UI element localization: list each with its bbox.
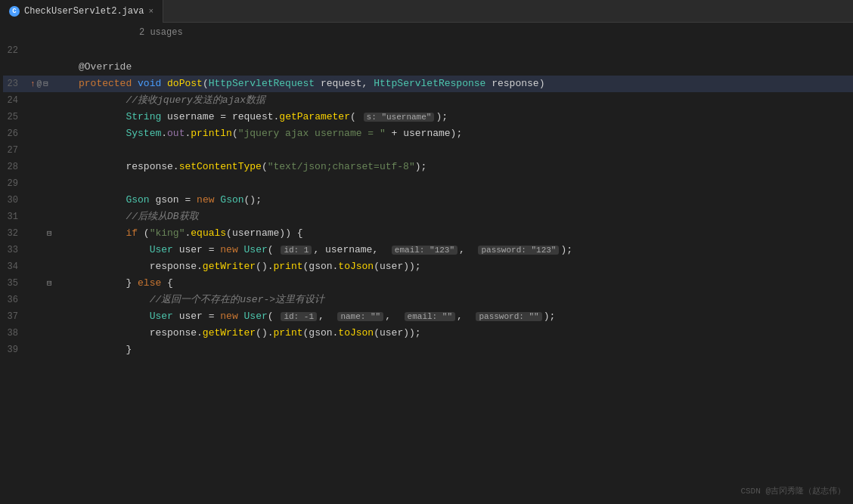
code-line-override: @Override	[3, 59, 853, 76]
code-line-31: 31 //后续从DB获取	[3, 209, 853, 225]
code-line-26: 26 System.out.println("jquery ajax usern…	[3, 125, 853, 142]
code-line-38: 38 response.getWriter().print(gson.toJso…	[3, 325, 853, 342]
code-content: response.getWriter().print(gson.toJson(u…	[76, 325, 853, 342]
code-content: System.out.println("jquery ajax username…	[76, 125, 853, 142]
line-number: 30	[3, 192, 30, 209]
tab-icon: C	[9, 6, 20, 17]
watermark: CSDN @吉冈秀隆（赵志伟）	[740, 485, 845, 496]
line-number: 33	[3, 242, 30, 258]
code-content: Gson gson = new Gson();	[76, 192, 853, 209]
code-area[interactable]: 2 usages 22 @Override 23 ↑ @ ⊟ protected…	[0, 23, 853, 504]
at-icon[interactable]: @	[37, 76, 42, 92]
fold-icon-2[interactable]: ⊟	[47, 225, 52, 242]
line-number: 35	[3, 275, 30, 292]
editor-area: 2 usages 22 @Override 23 ↑ @ ⊟ protected…	[0, 23, 853, 504]
code-line-34: 34 response.getWriter().print(gson.toJso…	[3, 258, 853, 275]
line-number: 23	[3, 76, 30, 92]
code-line-28: 28 response.setContentType("text/json;ch…	[3, 159, 853, 175]
line-number: 32	[3, 225, 30, 242]
code-line-36: 36 //返回一个不存在的user->这里有设计	[3, 292, 853, 308]
usages-count: 2 usages	[139, 27, 183, 38]
code-content: User user = new User( id: -1, name: "", …	[76, 308, 853, 325]
code-line-35: 35 ⊟ } else {	[3, 275, 853, 292]
line-number: 25	[3, 109, 30, 125]
code-content: String username = request.getParameter( …	[76, 109, 853, 125]
line-number: 39	[3, 342, 30, 358]
line-number: 34	[3, 258, 30, 275]
code-content: if ("king".equals(username)) {	[76, 225, 853, 242]
usages-bar: 2 usages	[3, 23, 853, 42]
tab-label: CheckUserServlet2.java	[24, 6, 144, 17]
file-tab[interactable]: C CheckUserServlet2.java ×	[0, 0, 163, 23]
code-line-30: 30 Gson gson = new Gson();	[3, 192, 853, 209]
arrow-up-icon: ↑	[30, 76, 36, 92]
code-content: @Override	[76, 59, 853, 76]
tab-close[interactable]: ×	[148, 7, 154, 16]
code-line-22: 22	[3, 42, 853, 59]
code-content: response.setContentType("text/json;chars…	[76, 159, 853, 175]
line-number: 27	[3, 142, 30, 159]
line-meta: ⊟	[30, 275, 76, 292]
line-meta: ↑ @ ⊟	[30, 76, 76, 92]
code-line-27: 27	[3, 142, 853, 159]
code-content: User user = new User( id: 1, username, e…	[76, 242, 853, 258]
line-number: 37	[3, 308, 30, 325]
tab-bar: C CheckUserServlet2.java ×	[0, 0, 853, 23]
code-line-39: 39 }	[3, 342, 853, 358]
line-number: 29	[3, 175, 30, 192]
code-content: //接收jquery发送的ajax数据	[76, 92, 853, 109]
code-content: protected void doPost(HttpServletRequest…	[76, 76, 853, 92]
code-line-25: 25 String username = request.getParamete…	[3, 109, 853, 125]
code-content: response.getWriter().print(gson.toJson(u…	[76, 258, 853, 275]
code-content: }	[76, 342, 853, 358]
fold-icon[interactable]: ⊟	[43, 76, 48, 92]
line-number: 22	[3, 42, 30, 59]
code-content: //返回一个不存在的user->这里有设计	[76, 292, 853, 308]
code-line-32: 32 ⊟ if ("king".equals(username)) {	[3, 225, 853, 242]
code-content: //后续从DB获取	[76, 209, 853, 225]
code-line-24: 24 //接收jquery发送的ajax数据	[3, 92, 853, 109]
line-number: 26	[3, 125, 30, 142]
line-number: 24	[3, 92, 30, 109]
line-number: 31	[3, 209, 30, 225]
line-number: 36	[3, 292, 30, 308]
code-line-33: 33 User user = new User( id: 1, username…	[3, 242, 853, 258]
fold-icon-3[interactable]: ⊟	[47, 275, 52, 292]
code-line-23: 23 ↑ @ ⊟ protected void doPost(HttpServl…	[3, 76, 853, 92]
line-number: 28	[3, 159, 30, 175]
code-line-29: 29	[3, 175, 853, 192]
line-number: 38	[3, 325, 30, 342]
line-meta: ⊟	[30, 225, 76, 242]
code-content: } else {	[76, 275, 853, 292]
code-line-37: 37 User user = new User( id: -1, name: "…	[3, 308, 853, 325]
